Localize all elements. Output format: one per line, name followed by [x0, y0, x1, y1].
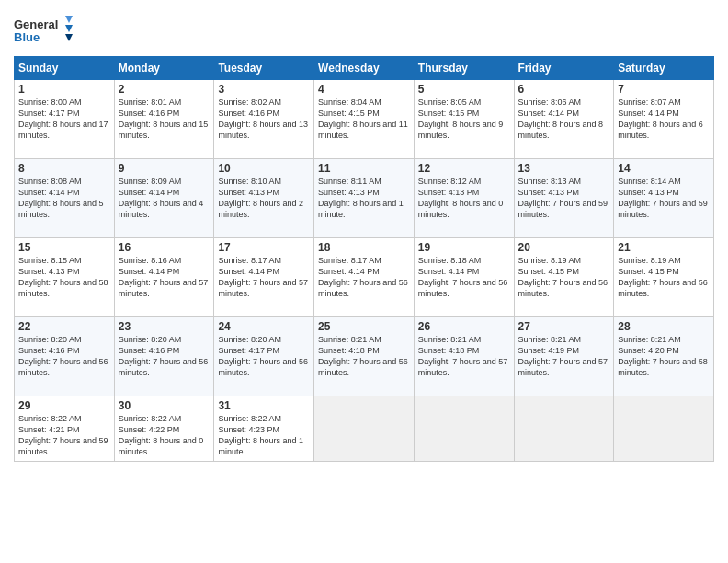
col-header-sunday: Sunday	[15, 57, 115, 80]
calendar-cell: 18Sunrise: 8:17 AMSunset: 4:14 PMDayligh…	[314, 238, 415, 317]
day-number: 14	[618, 162, 710, 175]
calendar-cell	[314, 396, 415, 462]
day-number: 27	[518, 320, 610, 333]
calendar-cell: 15Sunrise: 8:15 AMSunset: 4:13 PMDayligh…	[15, 238, 115, 317]
cell-info: Sunrise: 8:21 AMSunset: 4:20 PMDaylight:…	[618, 334, 710, 379]
day-number: 20	[518, 241, 610, 254]
logo: General Blue	[14, 14, 78, 49]
cell-info: Sunrise: 8:04 AMSunset: 4:15 PMDaylight:…	[318, 97, 410, 142]
calendar-table: SundayMondayTuesdayWednesdayThursdayFrid…	[14, 56, 714, 462]
cell-info: Sunrise: 8:22 AMSunset: 4:22 PMDaylight:…	[119, 413, 210, 458]
day-number: 5	[418, 83, 510, 96]
week-row-4: 22Sunrise: 8:20 AMSunset: 4:16 PMDayligh…	[15, 317, 714, 396]
calendar-cell: 11Sunrise: 8:11 AMSunset: 4:13 PMDayligh…	[314, 159, 415, 238]
calendar-cell: 7Sunrise: 8:07 AMSunset: 4:14 PMDaylight…	[614, 80, 714, 159]
day-number: 11	[318, 162, 410, 175]
cell-info: Sunrise: 8:11 AMSunset: 4:13 PMDaylight:…	[318, 176, 410, 221]
cell-info: Sunrise: 8:22 AMSunset: 4:21 PMDaylight:…	[18, 413, 110, 458]
col-header-thursday: Thursday	[414, 57, 514, 80]
calendar-cell: 14Sunrise: 8:14 AMSunset: 4:13 PMDayligh…	[614, 159, 714, 238]
cell-info: Sunrise: 8:02 AMSunset: 4:16 PMDaylight:…	[218, 97, 310, 142]
day-number: 9	[119, 162, 210, 175]
calendar-cell: 21Sunrise: 8:19 AMSunset: 4:15 PMDayligh…	[614, 238, 714, 317]
day-number: 19	[418, 241, 510, 254]
calendar-cell: 24Sunrise: 8:20 AMSunset: 4:17 PMDayligh…	[214, 317, 314, 396]
col-header-friday: Friday	[514, 57, 614, 80]
calendar-cell: 4Sunrise: 8:04 AMSunset: 4:15 PMDaylight…	[314, 80, 415, 159]
calendar-cell: 2Sunrise: 8:01 AMSunset: 4:16 PMDaylight…	[114, 80, 214, 159]
svg-marker-4	[65, 34, 73, 41]
day-number: 17	[218, 241, 310, 254]
cell-info: Sunrise: 8:17 AMSunset: 4:14 PMDaylight:…	[218, 255, 310, 300]
svg-text:General: General	[14, 17, 58, 31]
calendar-cell: 9Sunrise: 8:09 AMSunset: 4:14 PMDaylight…	[114, 159, 214, 238]
col-header-tuesday: Tuesday	[214, 57, 314, 80]
cell-info: Sunrise: 8:12 AMSunset: 4:13 PMDaylight:…	[418, 176, 510, 221]
cell-info: Sunrise: 8:19 AMSunset: 4:15 PMDaylight:…	[518, 255, 610, 300]
calendar-cell: 29Sunrise: 8:22 AMSunset: 4:21 PMDayligh…	[15, 396, 115, 462]
svg-marker-3	[65, 25, 73, 32]
cell-info: Sunrise: 8:01 AMSunset: 4:16 PMDaylight:…	[119, 97, 210, 142]
header-row: SundayMondayTuesdayWednesdayThursdayFrid…	[15, 57, 714, 80]
calendar-cell: 3Sunrise: 8:02 AMSunset: 4:16 PMDaylight…	[214, 80, 314, 159]
calendar-cell: 1Sunrise: 8:00 AMSunset: 4:17 PMDaylight…	[15, 80, 115, 159]
cell-info: Sunrise: 8:09 AMSunset: 4:14 PMDaylight:…	[119, 176, 210, 221]
calendar-cell: 8Sunrise: 8:08 AMSunset: 4:14 PMDaylight…	[15, 159, 115, 238]
day-number: 30	[119, 399, 210, 412]
calendar-cell: 13Sunrise: 8:13 AMSunset: 4:13 PMDayligh…	[514, 159, 614, 238]
cell-info: Sunrise: 8:21 AMSunset: 4:18 PMDaylight:…	[418, 334, 510, 379]
cell-info: Sunrise: 8:19 AMSunset: 4:15 PMDaylight:…	[618, 255, 710, 300]
calendar-cell: 6Sunrise: 8:06 AMSunset: 4:14 PMDaylight…	[514, 80, 614, 159]
cell-info: Sunrise: 8:06 AMSunset: 4:14 PMDaylight:…	[518, 97, 610, 142]
day-number: 12	[418, 162, 510, 175]
cell-info: Sunrise: 8:20 AMSunset: 4:16 PMDaylight:…	[119, 334, 210, 379]
day-number: 3	[218, 83, 310, 96]
cell-info: Sunrise: 8:15 AMSunset: 4:13 PMDaylight:…	[18, 255, 110, 300]
calendar-cell: 12Sunrise: 8:12 AMSunset: 4:13 PMDayligh…	[414, 159, 514, 238]
calendar-cell: 16Sunrise: 8:16 AMSunset: 4:14 PMDayligh…	[114, 238, 214, 317]
calendar-cell: 5Sunrise: 8:05 AMSunset: 4:15 PMDaylight…	[414, 80, 514, 159]
day-number: 21	[618, 241, 710, 254]
header: General Blue	[14, 14, 714, 49]
cell-info: Sunrise: 8:05 AMSunset: 4:15 PMDaylight:…	[418, 97, 510, 142]
day-number: 25	[318, 320, 410, 333]
day-number: 2	[119, 83, 210, 96]
svg-text:Blue: Blue	[14, 30, 40, 44]
calendar-cell: 26Sunrise: 8:21 AMSunset: 4:18 PMDayligh…	[414, 317, 514, 396]
calendar-cell: 30Sunrise: 8:22 AMSunset: 4:22 PMDayligh…	[114, 396, 214, 462]
day-number: 31	[218, 399, 310, 412]
calendar-cell: 10Sunrise: 8:10 AMSunset: 4:13 PMDayligh…	[214, 159, 314, 238]
col-header-wednesday: Wednesday	[314, 57, 415, 80]
week-row-3: 15Sunrise: 8:15 AMSunset: 4:13 PMDayligh…	[15, 238, 714, 317]
cell-info: Sunrise: 8:10 AMSunset: 4:13 PMDaylight:…	[218, 176, 310, 221]
cell-info: Sunrise: 8:16 AMSunset: 4:14 PMDaylight:…	[119, 255, 210, 300]
day-number: 7	[618, 83, 710, 96]
day-number: 16	[119, 241, 210, 254]
page: General Blue SundayMondayTuesdayWednesda…	[0, 0, 728, 563]
calendar-cell: 19Sunrise: 8:18 AMSunset: 4:14 PMDayligh…	[414, 238, 514, 317]
day-number: 6	[518, 83, 610, 96]
day-number: 15	[18, 241, 110, 254]
day-number: 23	[119, 320, 210, 333]
day-number: 1	[18, 83, 110, 96]
week-row-1: 1Sunrise: 8:00 AMSunset: 4:17 PMDaylight…	[15, 80, 714, 159]
day-number: 29	[18, 399, 110, 412]
cell-info: Sunrise: 8:22 AMSunset: 4:23 PMDaylight:…	[218, 413, 310, 458]
calendar-cell: 17Sunrise: 8:17 AMSunset: 4:14 PMDayligh…	[214, 238, 314, 317]
cell-info: Sunrise: 8:18 AMSunset: 4:14 PMDaylight:…	[418, 255, 510, 300]
svg-marker-2	[65, 16, 73, 23]
day-number: 13	[518, 162, 610, 175]
calendar-cell: 31Sunrise: 8:22 AMSunset: 4:23 PMDayligh…	[214, 396, 314, 462]
col-header-saturday: Saturday	[614, 57, 714, 80]
week-row-2: 8Sunrise: 8:08 AMSunset: 4:14 PMDaylight…	[15, 159, 714, 238]
calendar-cell	[414, 396, 514, 462]
calendar-cell: 23Sunrise: 8:20 AMSunset: 4:16 PMDayligh…	[114, 317, 214, 396]
calendar-cell: 28Sunrise: 8:21 AMSunset: 4:20 PMDayligh…	[614, 317, 714, 396]
calendar-cell	[614, 396, 714, 462]
calendar-cell: 20Sunrise: 8:19 AMSunset: 4:15 PMDayligh…	[514, 238, 614, 317]
cell-info: Sunrise: 8:13 AMSunset: 4:13 PMDaylight:…	[518, 176, 610, 221]
col-header-monday: Monday	[114, 57, 214, 80]
day-number: 22	[18, 320, 110, 333]
week-row-5: 29Sunrise: 8:22 AMSunset: 4:21 PMDayligh…	[15, 396, 714, 462]
day-number: 10	[218, 162, 310, 175]
